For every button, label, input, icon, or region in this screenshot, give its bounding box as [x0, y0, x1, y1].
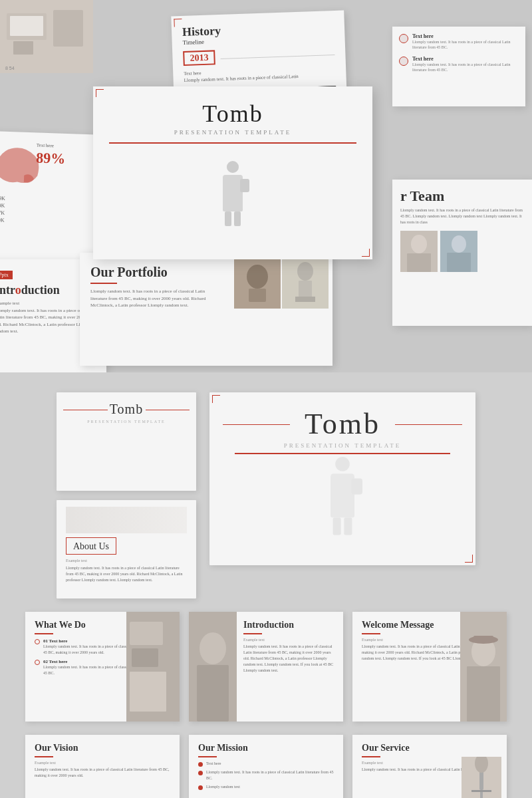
text-right-item-1: Text here Llomply random text. It has ro…	[399, 33, 519, 51]
stat-num-1: 389K	[0, 195, 5, 201]
tomb-large-corner-tl	[212, 395, 220, 403]
large-person-leg-right	[344, 517, 352, 535]
mission-title: Our Mission	[198, 743, 334, 753]
text-right-items: Text here Llomply random text. It has ro…	[399, 33, 519, 73]
team-photos	[400, 231, 524, 272]
svg-rect-35	[480, 792, 483, 799]
person-legs	[213, 211, 253, 226]
large-person-backpack	[351, 478, 362, 494]
large-person-head	[335, 457, 350, 471]
main-corner-br	[362, 249, 370, 257]
text-label-2: Text here	[412, 56, 519, 62]
svg-point-7	[247, 265, 268, 289]
about-us-slide: About Us Example text Llomply random tex…	[57, 500, 196, 598]
mission-dot-2	[198, 771, 203, 775]
tomb-large-title: Tomb	[305, 407, 380, 441]
service-photo	[462, 757, 501, 799]
vision-desc: Llomply random text. It has roots in a p…	[35, 767, 170, 779]
svg-rect-25	[197, 665, 229, 722]
svg-point-10	[297, 262, 313, 281]
person-leg-left	[225, 211, 231, 226]
portfolio-img-statue	[282, 257, 329, 309]
tomb-small-subtitle: Presentation template	[87, 420, 166, 424]
person-backpack	[240, 179, 249, 192]
intro-example-lower: Example text	[243, 638, 336, 642]
team-slide: r Team Llomply random text. It has roots…	[392, 180, 532, 326]
tomb-large-subtitle: Presentation template	[284, 442, 401, 449]
about-example: Example text	[66, 559, 187, 563]
what-we-do-photo	[126, 612, 180, 722]
portfolio-img-robot	[234, 257, 281, 309]
portfolio-slide: Our Portfolio Llomply random text. It ha…	[80, 253, 332, 366]
intro-desc-lower: Llomply random text. It has roots in a p…	[243, 644, 336, 674]
svg-rect-12	[295, 297, 315, 302]
svg-text:8 54: 8 54	[5, 66, 15, 70]
mission-line	[198, 756, 217, 757]
intro-line-lower	[243, 633, 262, 634]
svg-point-24	[200, 632, 226, 664]
main-title: Tomb	[202, 100, 263, 128]
main-subtitle: Presentation template	[174, 129, 291, 136]
mission-text-3: Llomply random text	[206, 784, 240, 790]
about-bg-image	[66, 507, 187, 533]
svg-point-17	[452, 235, 466, 253]
about-title-box: About Us	[66, 537, 116, 555]
svg-rect-21	[132, 648, 158, 667]
item-dot-1	[35, 639, 40, 644]
top-collage: 8 54 History Timeline 2013 Text here Llo…	[0, 0, 532, 372]
tomb-small-slide: Tomb Presentation template	[57, 392, 196, 491]
about-title: About Us	[73, 541, 109, 551]
tomb-small-title: Tomb	[110, 402, 143, 417]
mission-item-2: Llomply random text. It has roots in a p…	[198, 769, 334, 781]
text-label-1: Text here	[412, 33, 519, 39]
our-mission-slide: Our Mission Text here Llomply random tex…	[189, 735, 343, 798]
svg-rect-8	[249, 289, 266, 302]
person-leg-right	[234, 211, 241, 226]
portfolio-red-line	[90, 283, 117, 284]
svg-rect-2	[10, 16, 43, 36]
welcome-slide: Welcome Message Example text Llomply ran…	[352, 612, 507, 722]
tomb-large-figure	[323, 464, 362, 530]
person-silhouette	[213, 161, 253, 227]
vision-line	[35, 756, 53, 757]
mission-dot-1	[198, 762, 203, 767]
text-desc-1: Llomply random text. It has roots in a p…	[412, 39, 519, 51]
year-2013: 2013	[183, 50, 215, 66]
large-right-line	[395, 424, 462, 426]
team-photo-man	[440, 231, 477, 272]
portfolio-images	[230, 253, 332, 366]
tomb-right-line	[146, 410, 190, 410]
mission-item-1: Text here	[198, 761, 334, 767]
introduction-slide-lower: Introduction Example text Llomply random…	[189, 612, 343, 722]
what-we-do-line	[35, 633, 53, 634]
main-figure	[203, 154, 263, 227]
tomb-large-slide: Tomb Presentation template	[209, 392, 475, 565]
text-right-slide: Text here Llomply random text. It has ro…	[392, 27, 525, 106]
our-service-slide: Our Service Example text Llomply random …	[352, 735, 507, 798]
main-corner-tl	[96, 89, 104, 97]
service-title: Our Service	[362, 743, 497, 753]
text-desc-2: Llomply random text. It has roots in a p…	[412, 62, 519, 73]
portfolio-desc: Llomply random text. It has roots in a p…	[90, 288, 219, 309]
svg-rect-4	[53, 10, 83, 47]
stat-num-2: 219K	[0, 202, 5, 209]
stat-num-4: 129K	[0, 217, 5, 223]
svg-point-14	[411, 235, 427, 253]
text-icon-1	[399, 34, 408, 43]
large-left-line	[223, 424, 290, 426]
stat-num-3: 337K	[0, 209, 5, 216]
svg-rect-18	[447, 253, 471, 272]
what-we-do-slide: What We Do 01 Text here Llomply random t…	[25, 612, 180, 722]
svg-rect-22	[130, 672, 166, 712]
service-line	[362, 756, 380, 757]
intro-photo-lower	[189, 612, 237, 722]
mission-text-2: Llomply random text. It has roots in a p…	[206, 769, 334, 781]
portfolio-text-area: Our Portfolio Llomply random text. It ha…	[80, 253, 230, 366]
middle-section: Tomb Presentation template About Us Exam…	[0, 372, 532, 612]
person-body	[223, 175, 243, 211]
service-photo-inner	[462, 757, 501, 799]
left-column: Tomb Presentation template About Us Exam…	[57, 392, 196, 598]
our-vision-slide: Our Vision Example text Llomply random t…	[25, 735, 180, 798]
stats-percent: 89%	[36, 149, 66, 168]
person-head	[227, 161, 239, 173]
